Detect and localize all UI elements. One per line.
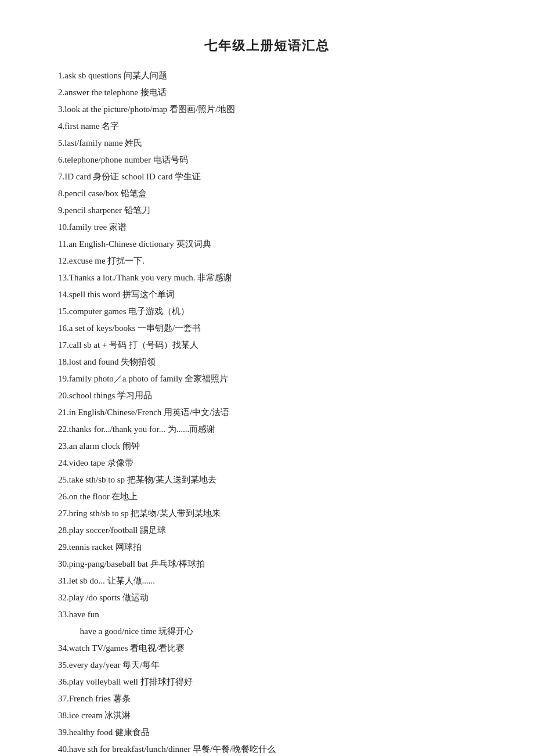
list-item: 36.play volleyball well 打排球打得好 xyxy=(58,674,476,690)
list-item: 16.a set of keys/books 一串钥匙/一套书 xyxy=(58,321,476,336)
list-item: 29.tennis racket 网球拍 xyxy=(58,539,476,555)
list-item: 3.look at the picture/photo/map 看图画/照片/地… xyxy=(58,102,476,117)
phrase-list: 1.ask sb questions 问某人问题2.answer the tel… xyxy=(58,68,476,757)
list-item: 21.in English/Chinese/French 用英语/中文/法语 xyxy=(58,405,476,420)
list-item: 11.an English-Chinese dictionary 英汉词典 xyxy=(58,236,476,252)
list-item: 23.an alarm clock 闹钟 xyxy=(58,438,476,454)
list-item: 39.healthy food 健康食品 xyxy=(58,725,476,740)
list-item: 35.every day/year 每天/每年 xyxy=(58,657,476,673)
list-item: 25.take sth/sb to sp 把某物/某人送到某地去 xyxy=(58,472,476,488)
list-item: 15.computer games 电子游戏（机） xyxy=(58,304,476,319)
list-item: 9.pencil sharpener 铅笔刀 xyxy=(58,203,476,218)
list-item: 8.pencil case/box 铅笔盒 xyxy=(58,186,476,201)
list-item: 17.call sb at + 号码 打（号码）找某人 xyxy=(58,337,476,353)
list-item: 4.first name 名字 xyxy=(58,118,476,134)
list-item: 33.have fun xyxy=(58,607,476,622)
list-item: 12.excuse me 打扰一下. xyxy=(58,253,476,269)
page-title: 七年级上册短语汇总 xyxy=(58,35,476,57)
list-item: have a good/nice time 玩得开心 xyxy=(58,624,476,639)
list-item: 10.family tree 家谱 xyxy=(58,219,476,235)
list-item: 22.thanks for.../thank you for... 为.....… xyxy=(58,422,476,437)
list-item: 20.school things 学习用品 xyxy=(58,388,476,404)
list-item: 24.video tape 录像带 xyxy=(58,455,476,471)
list-item: 34.watch TV/games 看电视/看比赛 xyxy=(58,640,476,656)
list-item: 1.ask sb questions 问某人问题 xyxy=(58,68,476,84)
list-item: 27.bring sth/sb to sp 把某物/某人带到某地来 xyxy=(58,506,476,521)
list-item: 13.Thanks a lot./Thank you very much. 非常… xyxy=(58,270,476,286)
list-item: 37.French fries 薯条 xyxy=(58,691,476,707)
list-item: 18.lost and found 失物招领 xyxy=(58,354,476,370)
list-item: 2.answer the telephone 接电话 xyxy=(58,85,476,100)
list-item: 5.last/family name 姓氏 xyxy=(58,135,476,151)
list-item: 28.play soccer/football 踢足球 xyxy=(58,523,476,538)
list-item: 31.let sb do... 让某人做...... xyxy=(58,573,476,589)
list-item: 40.have sth for breakfast/lunch/dinner 早… xyxy=(58,741,476,757)
list-item: 14.spell this word 拼写这个单词 xyxy=(58,287,476,303)
list-item: 6.telephone/phone number 电话号码 xyxy=(58,152,476,168)
list-item: 26.on the floor 在地上 xyxy=(58,489,476,505)
list-item: 38.ice cream 冰淇淋 xyxy=(58,708,476,723)
list-item: 32.play /do sports 做运动 xyxy=(58,590,476,606)
list-item: 30.ping-pang/baseball bat 乒乓球/棒球拍 xyxy=(58,556,476,572)
list-item: 19.family photo／a photo of family 全家福照片 xyxy=(58,371,476,387)
list-item: 7.ID card 身份证 school ID card 学生证 xyxy=(58,169,476,185)
